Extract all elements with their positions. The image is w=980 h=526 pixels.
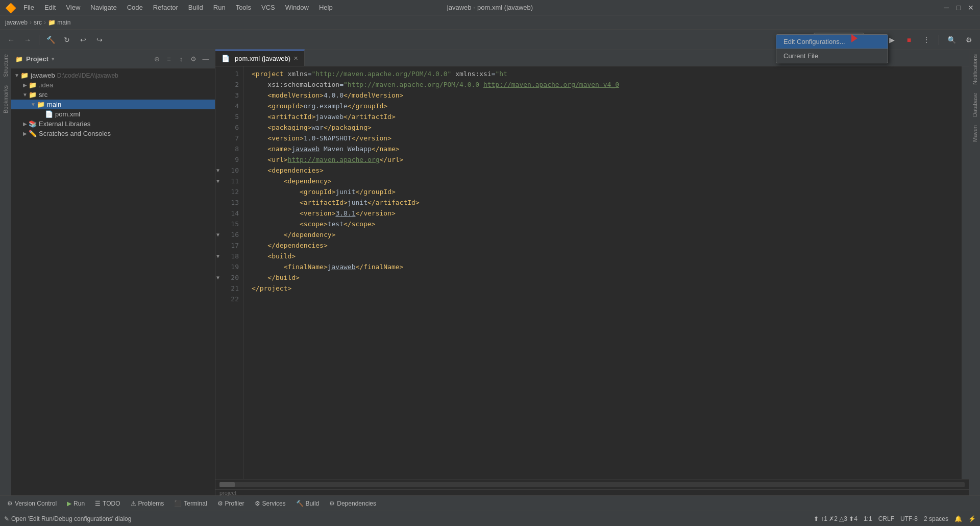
ln-18: ▼18 <box>215 251 243 261</box>
tree-item-pom[interactable]: 📄 pom.xml <box>11 109 215 119</box>
redo-button[interactable]: ↪ <box>92 33 107 47</box>
undo-button[interactable]: ↩ <box>76 33 90 47</box>
menu-item-run[interactable]: Run <box>209 3 230 12</box>
menu-item-help[interactable]: Help <box>315 3 337 12</box>
build-button[interactable]: 🔨 <box>43 33 58 47</box>
close-button[interactable]: ✕ <box>967 4 975 12</box>
notifications-panel-tab[interactable]: Notifications <box>970 50 979 89</box>
run-item[interactable]: ▶ Run <box>64 499 88 508</box>
sidebar-expand-button[interactable]: ≡ <box>164 54 174 64</box>
line-col-status[interactable]: 1:1 <box>864 515 872 522</box>
sidebar-close-button[interactable]: — <box>201 54 211 64</box>
build-label: Build <box>306 500 320 507</box>
profiler-item[interactable]: ⚙ Profiler <box>214 499 248 508</box>
main-area: Structure Bookmarks 📁 Project ▾ ⊕ ≡ ↕ ⚙ … <box>0 50 980 495</box>
database-panel-tab[interactable]: Database <box>970 89 979 121</box>
tree-item-main[interactable]: ▼ 📁 main <box>11 100 215 109</box>
tree-item-javaweb[interactable]: ▼ 📁 javaweb D:\code\IDEA\javaweb <box>11 70 215 80</box>
code-editor[interactable]: <project xmlns="http://maven.apache.org/… <box>243 66 962 479</box>
menu-item-navigate[interactable]: Navigate <box>86 3 120 12</box>
menu-item-build[interactable]: Build <box>184 3 207 12</box>
dependencies-item[interactable]: ⚙ Dependencies <box>326 499 379 508</box>
indent-status[interactable]: 2 spaces <box>924 515 948 522</box>
encoding-status[interactable]: UTF-8 <box>900 515 918 522</box>
menu-item-edit[interactable]: Edit <box>40 3 60 12</box>
search-everywhere-button[interactable]: 🔍 <box>944 33 959 47</box>
menu-item-tools[interactable]: Tools <box>232 3 255 12</box>
sidebar-settings-button[interactable]: ⚙ <box>188 54 199 64</box>
open-edit-config-label: Open 'Edit Run/Debug configurations' dia… <box>11 515 131 522</box>
sidebar-locate-button[interactable]: ⊕ <box>152 54 162 64</box>
ln-13: 13 <box>215 197 243 208</box>
settings-button[interactable]: ⚙ <box>962 33 976 47</box>
more-run-actions[interactable]: ⋮ <box>919 33 934 47</box>
breadcrumb-src[interactable]: src <box>34 19 42 26</box>
bottom-toolbar: ⚙ Version Control ▶ Run ☰ TODO ⚠ Problem… <box>0 495 980 511</box>
code-line-8: <name>javaweb Maven Webapp</name> <box>252 144 962 154</box>
run-label: Run <box>74 500 85 507</box>
sync-button[interactable]: ↻ <box>60 33 74 47</box>
todo-item[interactable]: ☰ TODO <box>92 499 123 508</box>
tree-item-src[interactable]: ▼ 📁 src <box>11 90 215 100</box>
minimize-button[interactable]: ─ <box>942 4 950 12</box>
status-bar: ✎ Open 'Edit Run/Debug configurations' d… <box>0 511 980 526</box>
breadcrumb-main[interactable]: 📁 main <box>48 19 70 26</box>
terminal-item[interactable]: ⬛ Terminal <box>171 499 210 508</box>
forward-button[interactable]: → <box>20 33 35 47</box>
tree-item-ext-libs[interactable]: ▶ 📚 External Libraries <box>11 119 215 129</box>
open-edit-config-status[interactable]: ✎ Open 'Edit Run/Debug configurations' d… <box>4 515 131 522</box>
services-item[interactable]: ⚙ Services <box>252 499 289 508</box>
code-line-14: <version>3.8.1</version> <box>252 208 962 219</box>
project-sidebar: 📁 Project ▾ ⊕ ≡ ↕ ⚙ — ▼ 📁 javaweb D:\cod… <box>11 50 215 495</box>
vertical-scrollbar[interactable] <box>962 66 969 479</box>
code-line-13: <artifactId>junit</artifactId> <box>252 197 962 208</box>
crlf-status[interactable]: CRLF <box>878 515 894 522</box>
edit-icon: ✎ <box>4 515 9 522</box>
sidebar-collapse-button[interactable]: ↕ <box>176 54 186 64</box>
maven-panel-tab[interactable]: Maven <box>970 121 979 146</box>
tree-item-scratches[interactable]: ▶ ✏️ Scratches and Consoles <box>11 129 215 138</box>
back-button[interactable]: ← <box>4 33 18 47</box>
maximize-button[interactable]: □ <box>954 4 963 12</box>
build-item[interactable]: 🔨 Build <box>293 499 323 508</box>
problems-item[interactable]: ⚠ Problems <box>128 499 167 508</box>
code-line-19: <finalName>javaweb</finalName> <box>252 261 962 272</box>
menu-item-file[interactable]: File <box>19 3 38 12</box>
ln-7: 7 <box>215 133 243 144</box>
window-title: javaweb - pom.xml (javaweb) <box>447 4 533 11</box>
code-line-4: <groupId>org.example</groupId> <box>252 101 962 111</box>
close-tab-button[interactable]: ✕ <box>293 55 298 62</box>
code-line-17: </dependencies> <box>252 240 962 251</box>
menu-item-vcs[interactable]: VCS <box>257 3 279 12</box>
stop-button[interactable]: ■ <box>902 33 916 47</box>
edit-configurations-item[interactable]: Edit Configurations... <box>776 35 888 49</box>
project-dropdown-icon: 📁 <box>15 56 23 63</box>
code-line-18: <build> <box>252 251 962 261</box>
sidebar-dropdown-arrow[interactable]: ▾ <box>52 56 55 62</box>
editor-tab-pom[interactable]: 📄 pom.xml (javaweb) ✕ <box>215 50 305 66</box>
structure-tab[interactable]: Structure <box>1 50 10 81</box>
editor-bottom-info <box>215 479 969 489</box>
menu-item-view[interactable]: View <box>62 3 84 12</box>
menu-item-refactor[interactable]: Refactor <box>149 3 182 12</box>
tab-label: pom.xml (javaweb) <box>235 55 290 62</box>
ln-12: 12 <box>215 186 243 197</box>
tree-item-idea[interactable]: ▶ 📁 .idea <box>11 80 215 90</box>
version-control-item[interactable]: ⚙ Version Control <box>4 499 60 508</box>
menu-item-code[interactable]: Code <box>123 3 147 12</box>
current-file-item[interactable]: Current File <box>776 49 888 63</box>
dependencies-label: Dependencies <box>337 500 376 507</box>
crlf-label: CRLF <box>878 515 894 522</box>
ln-2: 2 <box>215 79 243 90</box>
breadcrumb-javaweb[interactable]: javaweb <box>5 19 28 26</box>
problems-icon: ⚠ <box>131 500 136 507</box>
bookmarks-tab[interactable]: Bookmarks <box>1 81 10 117</box>
line-col-label: 1:1 <box>864 515 872 522</box>
status-right: ⬆ ↑1 ✗2 △3 ⬆4 1:1 CRLF UTF-8 2 spaces 🔔 … <box>814 515 976 522</box>
git-status[interactable]: ⬆ ↑1 ✗2 △3 ⬆4 <box>814 515 857 522</box>
sidebar-header: 📁 Project ▾ ⊕ ≡ ↕ ⚙ — <box>11 50 215 68</box>
notification-icon-status[interactable]: 🔔 <box>954 515 962 522</box>
menu-item-window[interactable]: Window <box>281 3 313 12</box>
power-save-status[interactable]: ⚡ <box>968 515 976 522</box>
todo-icon: ☰ <box>95 500 101 507</box>
